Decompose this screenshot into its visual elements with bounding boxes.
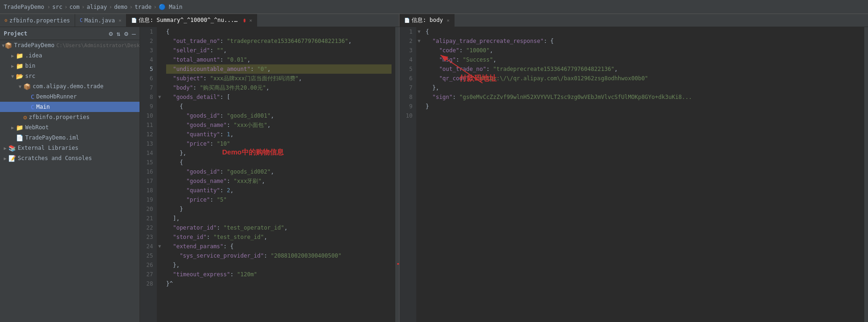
rfold-7 xyxy=(416,83,422,92)
ln-10: 10 xyxy=(142,111,153,120)
tree-arrow-webroot[interactable]: ▶ xyxy=(9,125,16,130)
project-gear-icon[interactable]: ⚙ xyxy=(124,30,128,37)
rln-8: 8 xyxy=(401,92,413,102)
rfold-9 xyxy=(416,102,422,111)
fold-l7 xyxy=(157,83,162,92)
tree-arrow-package[interactable]: ▼ xyxy=(17,84,23,89)
project-settings-icon[interactable]: ⚙ xyxy=(109,30,112,37)
tree-arrow-idea[interactable]: ▶ xyxy=(9,53,16,58)
tab-body-close[interactable]: ✕ xyxy=(447,18,449,23)
tree-item-demohb[interactable]: C DemoHbRunner xyxy=(0,91,140,102)
fold-l13 xyxy=(157,139,162,148)
tree-label-tradepay: TradePayDemo xyxy=(14,42,55,49)
fold-l18 xyxy=(157,186,162,195)
tree-item-scratches[interactable]: ▶ 📝 Scratches and Consoles xyxy=(0,153,140,163)
project-collapse-icon[interactable]: — xyxy=(132,30,136,37)
fold-l22 xyxy=(157,223,162,232)
tree-arrow-extlibs[interactable]: ▶ xyxy=(2,146,8,151)
left-code-content[interactable]: { "out_trade_no": "tradeprecreate1533646… xyxy=(162,27,395,322)
rcode-line-6: "qr_code": "https:\/\/qr.alipay.com\/bax… xyxy=(426,74,861,83)
rfold-3 xyxy=(416,46,422,55)
fold-l3 xyxy=(157,46,162,55)
tree-item-idea[interactable]: ▶ 📁 .idea xyxy=(0,50,140,61)
code-line-7: "body": "购买商品3件共20.00元", xyxy=(166,83,392,92)
fold-l2 xyxy=(157,36,162,46)
tree-item-main[interactable]: C Main xyxy=(0,102,140,112)
tree-item-iml[interactable]: 📄 TradePayDemo.iml xyxy=(0,133,140,143)
tree-arrow-scratches[interactable]: ▶ xyxy=(2,156,8,161)
tab-info-summary[interactable]: 📄 信息: Summary^_^10000^_^nu...cationParam… xyxy=(126,14,257,27)
project-sort-icon[interactable]: ⇅ xyxy=(117,30,120,37)
tree-item-bin[interactable]: ▶ 📁 bin xyxy=(0,61,140,71)
ln-12: 12 xyxy=(142,130,153,139)
right-code-editor[interactable]: 1 2 3 4 5 6 7 8 9 10 ▼ ▼ xyxy=(399,27,868,322)
tree-label-webroot: WebRoot xyxy=(25,124,49,131)
fold-l25 xyxy=(157,251,162,260)
tree-item-webroot[interactable]: ▶ 📁 WebRoot xyxy=(0,122,140,133)
ln-3: 3 xyxy=(142,46,153,55)
tab-zfbinfo-icon: ⚙ xyxy=(5,18,7,23)
app-title: TradePayDemo xyxy=(4,4,44,10)
fold-l21 xyxy=(157,214,162,223)
ln-19: 19 xyxy=(142,195,153,204)
tab-info-body[interactable]: 📄 信息: body ✕ xyxy=(399,14,455,27)
ln-11: 11 xyxy=(142,120,153,130)
code-line-26: }, xyxy=(166,260,392,270)
left-code-editor[interactable]: 1 2 3 4 5 6 7 8 9 10 11 12 13 14 15 16 1… xyxy=(140,27,399,322)
fold-l11 xyxy=(157,120,162,130)
rln-10: 10 xyxy=(401,111,413,120)
project-tree: ▼ 📦 TradePayDemo C:\Users\Administrator\… xyxy=(0,40,140,322)
code-line-27: "timeout_express": "120m" xyxy=(166,270,392,279)
tree-arrow-src[interactable]: ▼ xyxy=(9,74,16,79)
rcode-line-3: "code": "10000", xyxy=(426,46,861,55)
tree-icon-bin: 📁 xyxy=(16,63,23,70)
tab-zfbinfo[interactable]: ⚙ zfbinfo.properties xyxy=(0,14,75,27)
ln-28: 28 xyxy=(142,279,153,288)
rcode-line-8: "sign": "gs0eMvCcZzZvf99wlnH52XVYVVLT2sc… xyxy=(426,92,861,102)
ln-15: 15 xyxy=(142,158,153,167)
fold-l23 xyxy=(157,232,162,242)
tree-item-tradepay[interactable]: ▼ 📦 TradePayDemo C:\Users\Administrator\… xyxy=(0,40,140,50)
tree-icon-extlibs: 📚 xyxy=(8,145,16,152)
tab-summary-close[interactable]: ✕ xyxy=(249,18,252,23)
ln-17: 17 xyxy=(142,176,153,186)
ln-27: 27 xyxy=(142,270,153,279)
left-scrollbar[interactable] xyxy=(395,27,399,322)
fold-l19 xyxy=(157,195,162,204)
fold-l8[interactable]: ▼ xyxy=(157,92,162,102)
project-panel-title: Project xyxy=(4,30,105,37)
tree-item-src[interactable]: ▼ 📂 src xyxy=(0,71,140,81)
rfold-2[interactable]: ▼ xyxy=(416,36,422,46)
right-code-content[interactable]: { "alipay_trade_precreate_response": { "… xyxy=(422,27,864,322)
tree-icon-tradepay: 📦 xyxy=(5,42,12,49)
tree-item-zfbinfo[interactable]: ⚙ zfbinfo.properties xyxy=(0,112,140,122)
tree-icon-main: C xyxy=(31,104,35,111)
tree-icon-webroot: 📁 xyxy=(16,124,23,131)
ln-21: 21 xyxy=(142,214,153,223)
code-line-3: "seller_id": "", xyxy=(166,46,392,55)
tab-main-close[interactable]: ✕ xyxy=(119,18,121,23)
tab-info-summary-label: 信息: Summary^_^10000^_^nu...cationParams:… xyxy=(139,16,239,24)
ln-23: 23 xyxy=(142,232,153,242)
code-line-1: { xyxy=(166,27,392,36)
right-scrollbar[interactable] xyxy=(864,27,868,322)
tree-item-extlibs[interactable]: ▶ 📚 External Libraries xyxy=(0,143,140,153)
fold-l5 xyxy=(157,64,162,74)
rfold-5 xyxy=(416,64,422,74)
tab-zfbinfo-label: zfbinfo.properties xyxy=(9,17,70,24)
tree-item-package[interactable]: ▼ 📦 com.alipay.demo.trade xyxy=(0,81,140,91)
right-editor-pane: 1 2 3 4 5 6 7 8 9 10 ▼ ▼ xyxy=(399,27,868,322)
rfold-1[interactable]: ▼ xyxy=(416,27,422,36)
code-line-22: "operator_id": "test_operator_id", xyxy=(166,223,392,232)
fold-l24[interactable]: ▼ xyxy=(157,242,162,251)
rcode-line-7: }, xyxy=(426,83,861,92)
left-editor-pane: 1 2 3 4 5 6 7 8 9 10 11 12 13 14 15 16 1… xyxy=(140,27,399,322)
bc-trade: trade xyxy=(135,4,152,10)
rfold-10 xyxy=(416,111,422,120)
tab-main[interactable]: C Main.java ✕ xyxy=(75,14,126,27)
code-line-4: "total_amount": "0.01", xyxy=(166,55,392,64)
tree-arrow-bin[interactable]: ▶ xyxy=(9,63,16,69)
ln-20: 20 xyxy=(142,204,153,214)
code-line-2: "out_trade_no": "tradeprecreate153364677… xyxy=(166,36,392,46)
code-line-10: "goods_id": "goods_id001", xyxy=(166,111,392,120)
